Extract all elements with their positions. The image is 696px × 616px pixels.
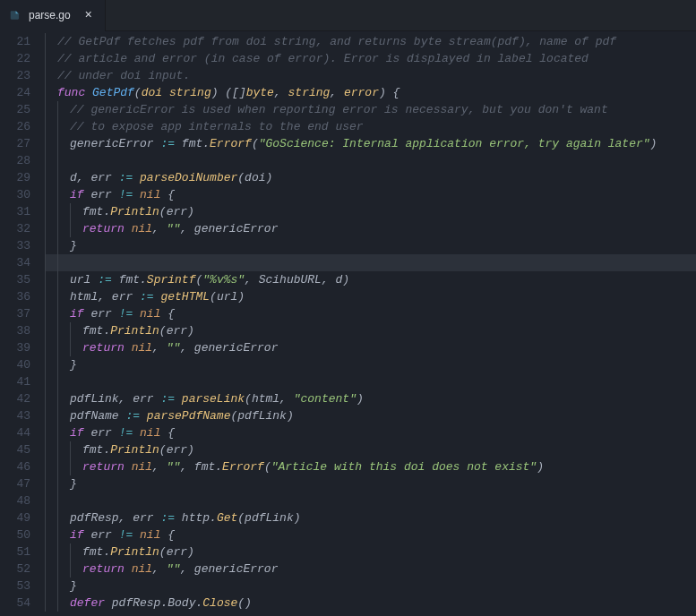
code-line[interactable]: // to expose app internals to the end us… [45,118,696,135]
token-punct [133,169,140,186]
code-line[interactable]: return nil, "", genericError [45,339,696,356]
token-punct: , [152,339,167,356]
line-gutter: 2122232425262728293031323334353637383940… [0,31,45,616]
indent-guide [45,543,57,560]
line-number: 24 [0,84,30,101]
token-const: nil [140,305,160,322]
code-line[interactable]: fmt.Println(err) [45,322,696,339]
code-line[interactable]: defer pdfResp.Body.Close() [45,595,696,612]
indent-guide [57,305,70,322]
token-punct [125,458,132,475]
token-ident: err [133,390,160,407]
indent-guide [57,203,70,220]
token-punct: . [215,458,222,475]
line-number: 50 [0,526,30,543]
line-number: 42 [0,390,30,407]
token-punct: , [245,271,259,288]
code-line[interactable]: // GetPdf fetches pdf from doi string, a… [45,33,696,50]
token-punct: ) ([ [211,84,239,101]
code-line[interactable]: if err != nil { [45,305,696,322]
code-line[interactable]: return nil, "", genericError [45,560,696,578]
line-number: 28 [0,152,30,169]
code-editor[interactable]: 2122232425262728293031323334353637383940… [0,31,696,616]
token-operator: := [98,271,112,288]
token-punct: , [152,560,167,578]
code-line[interactable]: fmt.Println(err) [45,203,696,220]
token-call: Println [110,322,159,339]
token-punct: . [202,135,210,152]
indent-guide [57,475,70,492]
token-punct: } [70,578,77,595]
token-string: "GoScience: Internal application error, … [259,135,650,152]
indent-guide [45,407,57,424]
token-punct: { [160,186,175,203]
code-line[interactable] [45,492,696,509]
indent-guide [45,475,57,492]
code-line[interactable]: } [45,578,696,595]
token-ident: doi [245,169,265,186]
token-ident: err [90,169,118,186]
code-line[interactable]: // under doi input. [45,67,696,84]
token-operator: != [119,526,133,543]
token-punct: } [70,475,77,492]
line-number: 54 [0,595,30,612]
indent-guide [45,67,57,84]
token-ident: ScihubURL [259,271,322,288]
code-line[interactable]: url := fmt.Sprintf("%v%s", ScihubURL, d) [45,271,696,288]
line-number: 47 [0,475,30,492]
code-line[interactable]: pdfLink, err := parseLink(html, "content… [45,390,696,407]
indent-guide [57,339,70,356]
token-comment: // article and error (in case of error).… [57,50,589,67]
indent-guide [57,390,70,407]
token-ident: err [167,543,187,560]
code-line[interactable]: if err != nil { [45,424,696,441]
code-line[interactable]: } [45,475,696,492]
token-punct: ) [237,288,245,305]
token-punct: , [152,458,167,475]
indent-guide [57,220,70,237]
code-line[interactable] [45,152,696,169]
code-line[interactable]: fmt.Println(err) [45,543,696,560]
code-line[interactable]: if err != nil { [45,186,696,203]
code-line[interactable]: genericError := fmt.Errorf("GoScience: I… [45,135,696,152]
token-punct: ) [187,322,194,339]
token-type: string [169,84,211,101]
code-line[interactable]: return nil, "", fmt.Errorf("Article with… [45,458,696,475]
token-call: Get [217,509,237,526]
indent-guide [45,84,57,101]
token-keyword: if [70,526,84,543]
code-line[interactable]: return nil, "", genericError [45,220,696,237]
code-line[interactable] [45,254,696,271]
token-keyword: return [82,339,125,356]
code-line[interactable]: // genericError is used when reporting e… [45,101,696,118]
code-line[interactable]: pdfName := parsePdfName(pdfLink) [45,407,696,424]
code-line[interactable]: d, err := parseDoiNumber(doi) [45,169,696,186]
code-line[interactable]: fmt.Println(err) [45,441,696,458]
indent-guide [45,101,57,118]
token-punct: ( [237,509,245,526]
token-const: nil [140,186,160,203]
line-number: 34 [0,254,30,271]
code-line[interactable]: html, err := getHTML(url) [45,288,696,305]
token-func-name: GetPdf [92,84,134,101]
code-line[interactable]: if err != nil { [45,526,696,543]
token-punct: . [103,441,110,458]
token-operator: := [119,169,133,186]
line-number: 22 [0,50,30,67]
indent-guide [57,492,70,509]
file-tab[interactable]: parse.go × [0,0,106,31]
code-line[interactable]: } [45,237,696,254]
token-string: "" [167,339,181,356]
code-line[interactable]: } [45,356,696,373]
code-content[interactable]: // GetPdf fetches pdf from doi string, a… [45,31,696,616]
indent-guide [45,254,57,271]
code-line[interactable]: func GetPdf(doi string) ([]byte, string,… [45,84,696,101]
token-punct [133,186,140,203]
code-line[interactable]: pdfResp, err := http.Get(pdfLink) [45,509,696,526]
token-ident: genericError [194,560,279,578]
token-punct: ] [239,84,246,101]
indent-guide [45,169,57,186]
code-line[interactable]: // article and error (in case of error).… [45,50,696,67]
code-line[interactable] [45,373,696,390]
close-icon[interactable]: × [82,8,96,22]
